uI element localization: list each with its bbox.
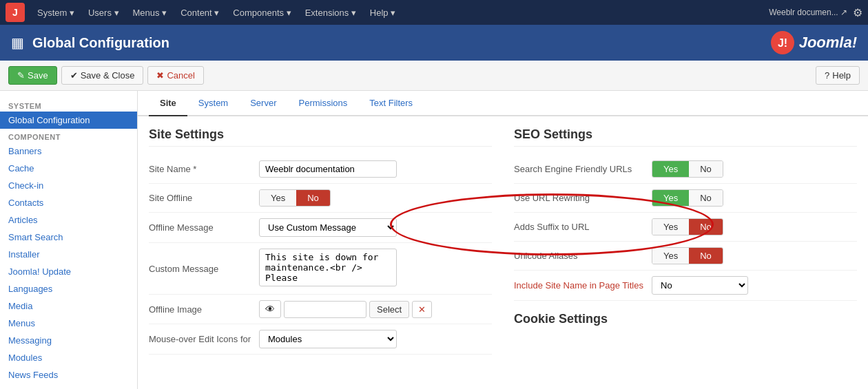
tab-permissions[interactable]: Permissions: [287, 91, 358, 116]
help-label: Help: [832, 70, 851, 81]
cancel-button[interactable]: ✖ Cancel: [147, 66, 203, 85]
suffix-url-row: Adds Suffix to URL Yes No: [514, 213, 857, 242]
sidebar-item-menus[interactable]: Menus: [0, 315, 137, 332]
mouseover-icons-control: Modules All: [259, 330, 492, 348]
sidebar-item-installer[interactable]: Installer: [0, 246, 137, 263]
mouseover-icons-row: Mouse-over Edit Icons for Modules All: [149, 324, 492, 355]
include-site-name-select[interactable]: No Before After: [652, 276, 748, 295]
nav-help[interactable]: Help ▾: [363, 8, 402, 18]
sef-urls-no[interactable]: No: [689, 161, 723, 177]
offline-image-row: Offline Image 👁 Select ✕: [149, 295, 492, 324]
save-close-button[interactable]: ✔ Save & Close: [61, 66, 144, 85]
page-title: Global Configuration: [32, 35, 169, 51]
site-offline-toggle: Yes No: [259, 189, 331, 207]
sidebar-item-languages[interactable]: Languages: [0, 280, 137, 297]
offline-message-row: Offline Message Use Custom Message Hide …: [149, 213, 492, 243]
sidebar-item-cache[interactable]: Cache: [0, 160, 137, 177]
url-rewriting-control: Yes No: [652, 189, 857, 207]
offline-image-label: Offline Image: [149, 304, 259, 315]
suffix-url-toggle: Yes No: [652, 218, 723, 235]
component-section-label: COMPONENT: [0, 129, 137, 143]
tab-server[interactable]: Server: [239, 91, 287, 116]
sidebar-item-smart-search[interactable]: Smart Search: [0, 229, 137, 246]
url-rewriting-yes[interactable]: Yes: [652, 190, 689, 206]
grid-icon: ▦: [11, 34, 24, 51]
sidebar-item-media[interactable]: Media: [0, 297, 137, 315]
tab-system[interactable]: System: [187, 91, 239, 116]
unicode-aliases-row: Unicode Aliases Yes No: [514, 242, 857, 271]
nav-users[interactable]: Users ▾: [81, 8, 126, 18]
custom-message-textarea[interactable]: This site is down for maintenance.<br />…: [259, 249, 397, 286]
help-icon: ?: [825, 70, 829, 81]
url-rewriting-toggle: Yes No: [652, 189, 723, 207]
sidebar-item-modules[interactable]: Modules: [0, 349, 137, 366]
sidebar-item-messaging[interactable]: Messaging: [0, 332, 137, 349]
sidebar-item-joomla-update[interactable]: Joomla! Update: [0, 263, 137, 280]
unicode-aliases-yes[interactable]: Yes: [652, 248, 689, 264]
cancel-label: Cancel: [167, 70, 194, 81]
tab-text-filters[interactable]: Text Filters: [358, 91, 424, 116]
custom-message-control: This site is down for maintenance.<br />…: [259, 249, 492, 288]
include-site-name-row: Include Site Name in Page Titles No Befo…: [514, 271, 857, 301]
site-name-input[interactable]: [259, 160, 397, 178]
sef-urls-row: Search Engine Friendly URLs Yes No: [514, 155, 857, 184]
offline-message-control: Use Custom Message Hide Use Default Mess…: [259, 218, 492, 237]
include-site-name-label: Include Site Name in Page Titles: [514, 280, 652, 291]
nav-system[interactable]: System ▾: [30, 8, 81, 18]
save-button[interactable]: ✎ Save: [8, 66, 57, 85]
sidebar-item-articles[interactable]: Articles: [0, 211, 137, 229]
image-select-button[interactable]: Select: [369, 301, 409, 318]
system-section-label: SYSTEM: [0, 98, 137, 112]
nav-components[interactable]: Components ▾: [226, 8, 298, 18]
sidebar-item-checkin[interactable]: Check-in: [0, 177, 137, 194]
sef-urls-yes[interactable]: Yes: [652, 161, 689, 177]
sidebar: SYSTEM Global Configuration COMPONENT Ba…: [0, 91, 138, 389]
help-button[interactable]: ? Help: [816, 66, 860, 85]
save-close-label: Save & Close: [81, 70, 135, 81]
tab-site[interactable]: Site: [149, 91, 187, 116]
sidebar-item-contacts[interactable]: Contacts: [0, 194, 137, 211]
image-path-input[interactable]: [284, 301, 366, 318]
sidebar-item-banners[interactable]: Banners: [0, 143, 137, 160]
sidebar-item-news-feeds[interactable]: News Feeds: [0, 366, 137, 383]
site-offline-yes[interactable]: Yes: [260, 190, 296, 206]
check-icon: ✔: [70, 70, 78, 81]
suffix-url-label: Adds Suffix to URL: [514, 222, 652, 232]
site-name-row: Site Name *: [149, 155, 492, 184]
image-clear-button[interactable]: ✕: [412, 301, 432, 318]
content-area: Site System Server Permissions Text Filt…: [138, 91, 868, 389]
sef-urls-toggle: Yes No: [652, 160, 723, 178]
offline-image-control: 👁 Select ✕: [259, 300, 492, 318]
joomla-logo-icon: J: [6, 3, 25, 22]
suffix-url-no[interactable]: No: [689, 219, 723, 235]
joomla-brand-logo: J!: [770, 30, 795, 55]
unicode-aliases-no[interactable]: No: [689, 248, 723, 264]
nav-menus[interactable]: Menus ▾: [126, 8, 174, 18]
settings-panels: Site Settings Site Name * Site Offline Y…: [138, 116, 868, 366]
tabs: Site System Server Permissions Text Filt…: [138, 91, 868, 116]
gear-icon[interactable]: ⚙: [853, 6, 862, 19]
sidebar-item-global-configuration[interactable]: Global Configuration: [0, 112, 137, 129]
site-offline-no[interactable]: No: [296, 190, 330, 206]
image-preview-button[interactable]: 👁: [259, 300, 281, 318]
offline-message-label: Offline Message: [149, 222, 259, 233]
nav-content[interactable]: Content ▾: [174, 8, 226, 18]
suffix-url-yes[interactable]: Yes: [652, 219, 689, 235]
unicode-aliases-control: Yes No: [652, 247, 857, 264]
site-name-label: Site Name *: [149, 164, 259, 174]
sef-urls-label: Search Engine Friendly URLs: [514, 164, 652, 174]
url-rewriting-label: Use URL Rewriting: [514, 193, 652, 203]
mouseover-icons-select[interactable]: Modules All: [259, 330, 397, 348]
joomla-brand: J! Joomla!: [770, 30, 857, 55]
nav-extensions[interactable]: Extensions ▾: [298, 8, 363, 18]
url-rewriting-row: Use URL Rewriting Yes No: [514, 184, 857, 213]
cookie-settings-title: Cookie Settings: [514, 312, 857, 326]
offline-message-select[interactable]: Use Custom Message Hide Use Default Mess…: [259, 218, 397, 237]
url-rewriting-no[interactable]: No: [689, 190, 723, 206]
doc-link[interactable]: Weeblr documen... ↗: [769, 8, 847, 17]
custom-message-row: Custom Message This site is down for mai…: [149, 243, 492, 295]
svg-text:J!: J!: [778, 37, 787, 49]
offline-image-group: 👁 Select ✕: [259, 300, 492, 318]
brand-text: Joomla!: [799, 34, 857, 52]
nav-items: System ▾ Users ▾ Menus ▾ Content ▾ Compo…: [30, 8, 769, 18]
